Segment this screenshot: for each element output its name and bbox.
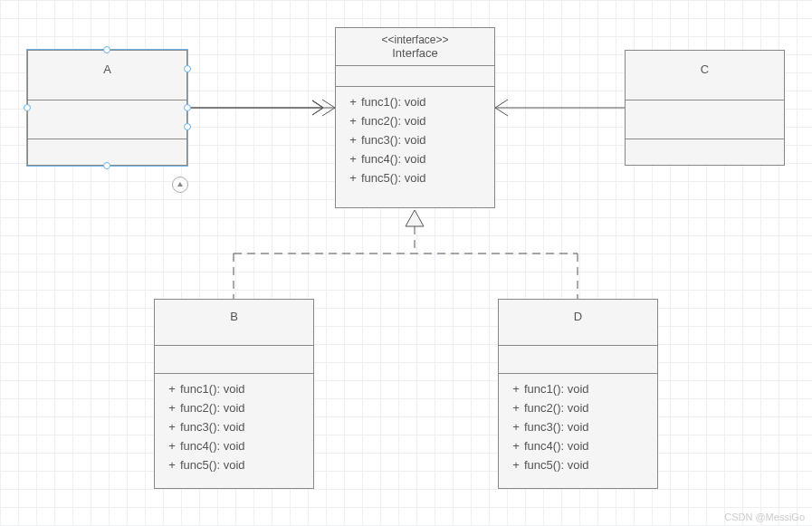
op: +func5(): void: [345, 168, 485, 187]
resize-handle-w[interactable]: [24, 104, 31, 111]
class-c-attrs: [626, 100, 784, 139]
expand-icon[interactable]: [172, 177, 188, 193]
op: +func4(): void: [164, 436, 304, 455]
resize-handle-ne[interactable]: [184, 65, 191, 72]
class-c-name: C: [626, 51, 784, 100]
resize-handle-n[interactable]: [103, 46, 110, 53]
class-b-attrs: [155, 346, 313, 374]
class-c[interactable]: C: [625, 50, 785, 166]
class-a-attrs: [28, 100, 186, 139]
op: +func3(): void: [164, 417, 304, 436]
class-d-attrs: [499, 346, 657, 374]
svg-marker-3: [406, 210, 424, 226]
class-a-name: A: [28, 51, 186, 100]
op: +func2(): void: [345, 111, 485, 130]
resize-handle-s[interactable]: [103, 162, 110, 169]
interface-name: Interface: [392, 46, 438, 60]
interface-title: <<interface>> Interface: [336, 28, 494, 66]
interface-box[interactable]: <<interface>> Interface +func1(): void +…: [335, 27, 495, 208]
class-b[interactable]: B +func1(): void +func2(): void +func3()…: [154, 299, 314, 489]
resize-handle-se-mid[interactable]: [184, 123, 191, 130]
op: +func1(): void: [164, 379, 304, 398]
class-d-name: D: [499, 300, 657, 346]
watermark: CSDN @MessiGo: [724, 512, 805, 522]
op: +func2(): void: [508, 398, 648, 417]
op: +func2(): void: [164, 398, 304, 417]
resize-handle-e[interactable]: [184, 104, 191, 111]
op: +func5(): void: [508, 455, 648, 474]
op: +func4(): void: [345, 149, 485, 168]
class-a[interactable]: A: [27, 50, 187, 166]
interface-ops: +func1(): void +func2(): void +func3(): …: [336, 87, 494, 193]
op: +func5(): void: [164, 455, 304, 474]
class-d-ops: +func1(): void +func2(): void +func3(): …: [499, 374, 657, 480]
class-b-name: B: [155, 300, 313, 346]
class-d[interactable]: D +func1(): void +func2(): void +func3()…: [498, 299, 658, 489]
interface-stereotype: <<interface>>: [339, 33, 491, 46]
svg-marker-8: [177, 182, 183, 186]
interface-attrs: [336, 66, 494, 87]
class-c-ops: [626, 139, 784, 188]
class-b-ops: +func1(): void +func2(): void +func3(): …: [155, 374, 313, 480]
op: +func4(): void: [508, 436, 648, 455]
op: +func1(): void: [508, 379, 648, 398]
op: +func3(): void: [508, 417, 648, 436]
op: +func1(): void: [345, 92, 485, 111]
op: +func3(): void: [345, 130, 485, 149]
